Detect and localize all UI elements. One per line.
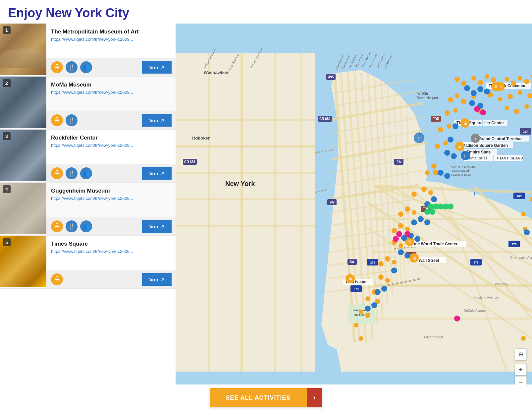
svg-text:405: 405 [516,195,521,198]
svg-point-184 [514,109,519,114]
food-icon: 🍴 [66,61,78,73]
svg-point-206 [378,261,384,266]
voir-button[interactable]: Voir > [142,114,172,127]
svg-point-161 [461,81,466,86]
activity-url[interactable]: https://www.tiqets.com/fr/new-york-c2609… [51,249,137,254]
cta-button-group: SEE ALL ACTIVITIES › [210,388,322,407]
svg-text:278: 278 [473,261,478,264]
svg-text:Fulton Street: Fulton Street [424,335,443,339]
activity-footer: 🏛 Voir > [46,270,176,288]
group-icon: 👥 [80,61,92,73]
svg-text:H: H [418,136,421,141]
svg-text:Flushing Avenue: Flushing Avenue [474,296,498,299]
svg-text:9A: 9A [397,160,401,164]
activity-url[interactable]: https://www.tiqets.com/fr/new-york-c2609… [51,90,137,95]
svg-point-198 [398,211,403,217]
activity-info: MoMa Museum https://www.tiqets.com/fr/ne… [46,77,176,129]
activity-icons: 🏛🍴👥 [51,220,92,232]
svg-point-183 [505,106,509,110]
svg-point-162 [471,76,476,81]
svg-point-168 [518,76,522,81]
voir-button[interactable]: Voir > [142,220,172,233]
food-icon: 🍴 [66,114,78,126]
svg-text:Empire State: Empire State [466,150,491,154]
zoom-in-button[interactable]: + [515,364,527,376]
page-title: Enjoy New York City [0,0,532,24]
svg-text:ISLAND: ISLAND [354,314,364,317]
svg-point-201 [392,228,397,233]
svg-point-228 [444,150,450,156]
svg-point-253 [404,231,410,237]
svg-text:278: 278 [353,287,358,291]
svg-text:🏛: 🏛 [412,256,416,260]
svg-point-215 [359,336,363,341]
activity-thumbnail: 2 [0,77,46,128]
svg-point-205 [392,260,397,264]
activity-info: Times Square https://www.tiqets.com/fr/n… [46,236,176,288]
group-icon: 👥 [80,167,92,179]
svg-text:🏛: 🏛 [458,145,462,148]
svg-point-213 [365,313,370,318]
svg-point-185 [524,104,529,109]
activity-footer: 🏛🍴👥 Voir > [46,217,176,235]
svg-point-224 [469,100,475,106]
voir-button[interactable]: Voir > [142,273,172,286]
svg-point-176 [498,97,503,101]
svg-point-218 [521,212,526,216]
activity-url[interactable]: https://www.tiqets.com/fr/new-york-c2609… [51,37,137,42]
voir-button[interactable]: Voir > [142,61,172,74]
activity-icons: 🏛🍴 [51,114,78,126]
svg-point-243 [381,286,387,292]
activity-number: 5 [3,238,11,246]
svg-point-196 [405,206,410,212]
svg-point-252 [393,236,399,242]
activity-info: Guggenheim Museum https://www.tiqets.com… [46,183,176,235]
svg-point-250 [454,316,460,322]
activity-number: 3 [3,132,11,140]
activity-thumbnail: 1 [0,24,46,75]
activity-name: Rockfeller Center [51,134,172,142]
svg-point-181 [453,108,458,113]
svg-point-222 [477,86,483,92]
svg-point-180 [445,110,450,116]
svg-point-246 [365,306,371,312]
svg-point-197 [412,210,416,215]
svg-text:🏛: 🏛 [408,240,412,244]
voir-arrow-icon: > [161,170,164,176]
svg-point-172 [455,93,459,98]
svg-point-192 [433,170,438,175]
svg-text:25A: 25A [523,130,529,133]
svg-point-191 [425,170,430,175]
svg-text:FDR: FDR [433,117,440,121]
svg-text:Wall Street: Wall Street [419,258,439,263]
locate-button[interactable]: ⊕ [515,348,527,360]
svg-text:Incorporated: Incorporated [452,169,469,172]
list-item: 3 Rockfeller Center https://www.tiqets.c… [0,130,176,183]
svg-text:🏛: 🏛 [494,85,498,89]
svg-text:Madison Square Garden: Madison Square Garden [462,143,508,148]
svg-point-186 [438,127,443,132]
svg-point-248 [474,106,480,112]
map-area[interactable]: GOVERNORS ISLAND Bergenline Ave Willow A… [176,24,532,401]
cta-arrow-button[interactable]: › [307,388,322,407]
svg-point-167 [511,81,516,86]
voir-label: Voir [149,65,159,70]
svg-text:One World Trade Center: One World Trade Center [412,242,457,246]
svg-text:✈: ✈ [472,191,477,197]
svg-point-223 [484,88,490,94]
food-icon: 🍴 [66,220,78,232]
svg-text:495: 495 [328,75,334,79]
svg-point-251 [396,231,402,237]
svg-point-249 [480,109,486,115]
museum-icon: 🏛 [51,114,63,126]
svg-point-240 [398,249,404,255]
activity-name: MoMa Museum [51,81,172,88]
svg-text:🏛: 🏛 [348,277,352,281]
svg-point-177 [507,94,513,99]
activity-url[interactable]: https://www.tiqets.com/fr/new-york-c2609… [51,143,137,148]
see-all-activities-button[interactable]: SEE ALL ACTIVITIES [210,388,306,407]
voir-button[interactable]: Voir > [142,167,172,180]
activity-url[interactable]: https://www.tiqets.com/fr/new-york-c2609… [51,196,137,201]
svg-point-190 [431,163,437,169]
svg-text:5A: 5A [350,260,354,264]
